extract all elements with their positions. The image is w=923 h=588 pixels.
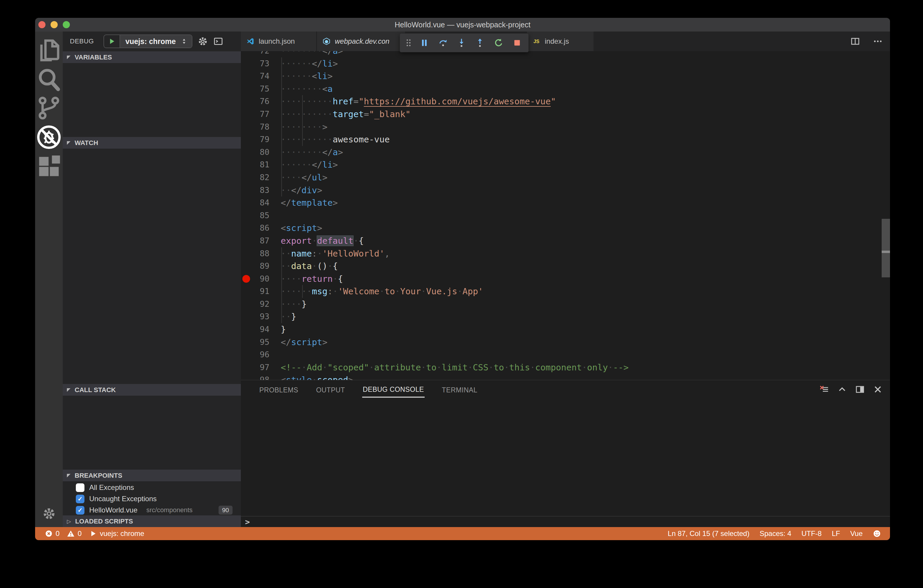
activity-item-source-control[interactable] <box>35 94 63 123</box>
watch-section-header[interactable]: WATCH <box>63 137 241 149</box>
call-stack-section-header[interactable]: CALL STACK <box>63 384 241 396</box>
panel-maximize-button[interactable] <box>837 384 847 394</box>
code-line-73[interactable]: 73······</li> <box>241 57 890 70</box>
activity-item-settings[interactable] <box>42 507 56 521</box>
step-out-button[interactable] <box>472 35 488 51</box>
code-line-95[interactable]: 95</script> <box>241 336 890 349</box>
open-debug-console-button[interactable] <box>213 36 223 46</box>
activity-item-debug[interactable] <box>35 123 63 152</box>
code-line-88[interactable]: 88··name:·'HelloWorld', <box>241 247 890 260</box>
breakpoint-gutter[interactable] <box>241 209 251 222</box>
panel-tab-problems[interactable]: PROBLEMS <box>259 382 299 397</box>
clear-console-button[interactable] <box>819 384 829 394</box>
panel-tab-output[interactable]: OUTPUT <box>315 382 345 397</box>
breakpoint-gutter[interactable] <box>241 298 251 310</box>
breakpoint-gutter[interactable] <box>241 158 251 171</box>
breakpoint-gutter[interactable] <box>241 121 251 133</box>
breakpoint-gutter[interactable] <box>241 285 251 298</box>
breakpoint-gutter[interactable] <box>241 197 251 209</box>
breakpoint-gutter[interactable] <box>241 247 251 260</box>
stop-button[interactable] <box>509 35 525 51</box>
status-item-spaces-4[interactable]: Spaces: 4 <box>759 529 791 538</box>
restart-button[interactable] <box>491 35 506 51</box>
status-item-0[interactable]: 0 <box>67 529 82 538</box>
breakpoint-gutter[interactable] <box>241 348 251 361</box>
activity-item-extensions[interactable] <box>35 152 63 181</box>
breakpoint-gutter[interactable] <box>241 57 251 70</box>
code-line-74[interactable]: 74······<li> <box>241 70 890 83</box>
code-line-98[interactable]: 98<style·scoped> <box>241 374 890 380</box>
breakpoint-row[interactable]: ✓Uncaught Exceptions <box>63 493 241 504</box>
code-line-96[interactable]: 96 <box>241 348 890 361</box>
code-line-94[interactable]: 94} <box>241 323 890 336</box>
status-item[interactable] <box>873 529 881 538</box>
activity-item-search[interactable] <box>35 64 63 94</box>
step-over-button[interactable] <box>435 35 451 51</box>
breakpoint-gutter[interactable] <box>241 83 251 95</box>
more-actions-button[interactable] <box>873 36 883 46</box>
breakpoint-gutter[interactable] <box>241 374 251 380</box>
breakpoint-row[interactable]: ✓HelloWorld.vuesrc/components90 <box>63 504 241 516</box>
breakpoint-gutter[interactable] <box>241 51 251 57</box>
code-line-91[interactable]: 91······msg:·'Welcome·to·Your·Vue.js·App… <box>241 285 890 298</box>
checkbox-checked[interactable]: ✓ <box>76 494 84 503</box>
code-line-81[interactable]: 81······</li> <box>241 158 890 171</box>
variables-section-header[interactable]: VARIABLES <box>63 51 241 63</box>
status-item-ln-87-col-15-7-selected[interactable]: Ln 87, Col 15 (7 selected) <box>668 529 750 538</box>
loaded-scripts-section-header[interactable]: ▷ LOADED SCRIPTS <box>63 515 241 527</box>
breakpoint-gutter[interactable] <box>241 336 251 349</box>
step-into-button[interactable] <box>454 35 469 51</box>
code-line-77[interactable]: 77··········target="_blank" <box>241 108 890 121</box>
breakpoints-section-header[interactable]: BREAKPOINTS <box>63 470 241 481</box>
status-item-vue[interactable]: Vue <box>850 529 863 538</box>
breakpoint-gutter[interactable] <box>241 184 251 197</box>
code-line-92[interactable]: 92····} <box>241 298 890 310</box>
breakpoint-gutter[interactable] <box>241 323 251 336</box>
status-item-vuejs-chrome[interactable]: vuejs: chrome <box>89 529 144 538</box>
editor-scrollbar-thumb[interactable] <box>882 219 890 278</box>
code-editor[interactable]: 72········</a>73······</li>74······<li>7… <box>241 51 890 380</box>
breakpoint-gutter[interactable] <box>241 260 251 273</box>
breakpoint-gutter[interactable] <box>241 361 251 374</box>
panel-split-button[interactable] <box>855 384 865 394</box>
breakpoint-gutter[interactable] <box>241 70 251 83</box>
code-line-72[interactable]: 72········</a> <box>241 51 890 57</box>
activity-item-explorer[interactable] <box>35 35 63 64</box>
breakpoint-row[interactable]: All Exceptions <box>63 482 241 493</box>
status-item-lf[interactable]: LF <box>832 529 840 538</box>
breakpoint-gutter[interactable] <box>241 108 251 121</box>
tab-launch.json[interactable]: launch.json <box>241 31 316 51</box>
tab-index.js[interactable]: JSindex.js <box>527 31 593 51</box>
code-line-84[interactable]: 84</template> <box>241 197 890 209</box>
breakpoint-gutter[interactable] <box>241 235 251 247</box>
code-line-87[interactable]: 87export·default·{ <box>241 235 890 247</box>
checkbox-unchecked[interactable] <box>76 483 84 492</box>
code-line-82[interactable]: 82····</ul> <box>241 171 890 184</box>
pause-button[interactable] <box>417 35 432 51</box>
status-item-0[interactable]: 0 <box>44 529 59 538</box>
breakpoint-gutter[interactable] <box>241 146 251 159</box>
code-line-85[interactable]: 85 <box>241 209 890 222</box>
breakpoint-dot[interactable] <box>242 275 250 283</box>
panel-tab-terminal[interactable]: TERMINAL <box>441 382 478 397</box>
start-debugging-button[interactable] <box>104 35 120 48</box>
code-line-79[interactable]: 79··········awesome-vue <box>241 133 890 146</box>
configure-launch-button[interactable] <box>198 36 208 46</box>
breakpoint-gutter[interactable] <box>241 133 251 146</box>
panel-tab-debug-console[interactable]: DEBUG CONSOLE <box>362 381 425 398</box>
code-line-76[interactable]: 76··········href="https://github.com/vue… <box>241 95 890 108</box>
panel-close-button[interactable] <box>873 384 883 394</box>
split-editor-button[interactable] <box>850 36 860 46</box>
debug-console-input[interactable]: > <box>241 516 890 527</box>
breakpoint-gutter[interactable] <box>241 95 251 108</box>
status-item-utf-8[interactable]: UTF-8 <box>801 529 821 538</box>
breakpoint-gutter[interactable] <box>241 310 251 323</box>
code-line-97[interactable]: 97<!--·Add·"scoped"·attribute·to·limit·C… <box>241 361 890 374</box>
code-line-89[interactable]: 89··data·()·{ <box>241 260 890 273</box>
breakpoint-gutter[interactable] <box>241 171 251 184</box>
toolbar-drag-handle[interactable] <box>404 35 414 51</box>
checkbox-checked[interactable]: ✓ <box>76 506 84 514</box>
code-line-86[interactable]: 86<script> <box>241 222 890 235</box>
code-line-90[interactable]: 90····return·{ <box>241 273 890 286</box>
tab-webpack.dev.con[interactable]: webpack.dev.con <box>317 31 405 51</box>
